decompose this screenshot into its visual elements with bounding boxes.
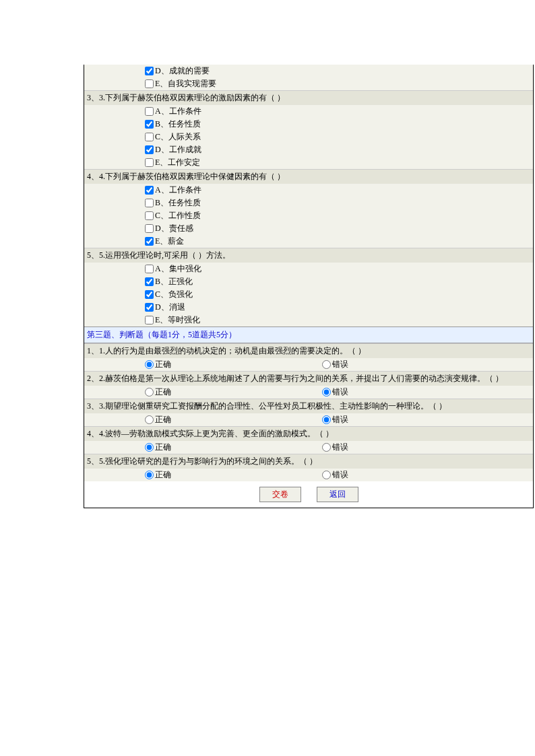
option-checkbox[interactable] <box>145 211 154 220</box>
option-row: D、责任感 <box>84 222 533 235</box>
option-label: D、责任感 <box>155 223 193 234</box>
option-checkbox[interactable] <box>145 277 154 286</box>
option-label: D、成就的需要 <box>155 65 210 77</box>
option-checkbox[interactable] <box>145 316 154 324</box>
button-bar: 交卷 返回 <box>84 481 533 508</box>
radio-correct[interactable] <box>145 415 154 424</box>
label-correct: 正确 <box>155 359 171 370</box>
option-checkbox[interactable] <box>145 133 154 141</box>
option-checkbox[interactable] <box>145 199 154 207</box>
option-label: D、消退 <box>155 302 185 313</box>
tf-answer-row: 正确错误 <box>84 441 533 454</box>
radio-wrong[interactable] <box>322 360 331 369</box>
option-row: B、任务性质 <box>84 118 533 131</box>
submit-button[interactable]: 交卷 <box>259 487 301 502</box>
label-wrong: 错误 <box>332 442 348 453</box>
option-row: C、人际关系 <box>84 131 533 143</box>
option-row: C、工作性质 <box>84 209 533 222</box>
radio-correct[interactable] <box>145 471 154 479</box>
option-label: E、薪金 <box>155 236 184 247</box>
option-label: D、工作成就 <box>155 144 201 156</box>
option-checkbox[interactable] <box>145 145 154 154</box>
option-label: A、工作条件 <box>155 106 201 117</box>
option-checkbox[interactable] <box>145 158 154 167</box>
tf-answer-row: 正确错误 <box>84 413 533 426</box>
radio-correct[interactable] <box>145 388 154 397</box>
option-label: E、工作安定 <box>155 157 200 168</box>
radio-wrong[interactable] <box>322 471 331 479</box>
option-row: D、消退 <box>84 301 533 314</box>
tf-answer-row: 正确错误 <box>84 469 533 481</box>
option-row: A、工作条件 <box>84 184 533 197</box>
back-button[interactable]: 返回 <box>317 487 358 502</box>
option-checkbox[interactable] <box>145 120 154 129</box>
option-label: B、任务性质 <box>155 118 201 130</box>
label-correct: 正确 <box>155 442 171 453</box>
label-wrong: 错误 <box>332 359 348 370</box>
option-label: A、工作条件 <box>155 184 201 196</box>
option-row: B、任务性质 <box>84 197 533 209</box>
option-label: E、等时强化 <box>155 314 200 326</box>
option-checkbox[interactable] <box>145 303 154 312</box>
option-checkbox[interactable] <box>145 224 154 233</box>
radio-correct[interactable] <box>145 443 154 452</box>
tf-question-text: 4、4.波特—劳勒激励模式实际上更为完善、更全面的激励模式。（ ） <box>84 426 533 441</box>
tf-question-text: 5、5.强化理论研究的是行为与影响行为的环境之间的关系。（ ） <box>84 454 533 469</box>
radio-wrong[interactable] <box>322 443 331 452</box>
option-row: E、等时强化 <box>84 314 533 327</box>
radio-wrong[interactable] <box>322 415 331 424</box>
quiz-container: D、成就的需要E、自我实现需要 3、3.下列属于赫茨伯格双因素理论的激励因素的有… <box>84 65 534 508</box>
option-label: C、人际关系 <box>155 131 201 143</box>
option-checkbox[interactable] <box>145 237 154 246</box>
label-correct: 正确 <box>155 414 171 425</box>
radio-wrong[interactable] <box>322 388 331 397</box>
question-text: 5、5.运用强化理论时,可采用（ ）方法。 <box>84 248 533 263</box>
option-row: D、成就的需要 <box>84 65 533 77</box>
tf-question-text: 1、1.人的行为是由最强烈的动机决定的；动机是由最强烈的需要决定的。（ ） <box>84 343 533 358</box>
option-row: A、工作条件 <box>84 105 533 118</box>
question-text: 4、4.下列属于赫茨伯格双因素理论中保健因素的有（ ） <box>84 169 533 184</box>
radio-correct[interactable] <box>145 360 154 369</box>
option-label: B、任务性质 <box>155 197 201 209</box>
option-checkbox[interactable] <box>145 107 154 116</box>
option-checkbox[interactable] <box>145 79 154 88</box>
option-row: C、负强化 <box>84 288 533 301</box>
option-label: C、负强化 <box>155 289 193 300</box>
option-row: E、工作安定 <box>84 156 533 169</box>
option-row: D、工作成就 <box>84 143 533 156</box>
tf-question-text: 2、2.赫茨伯格是第一次从理论上系统地阐述了人的需要与行为之间的关系，并提出了人… <box>84 371 533 386</box>
option-row: B、正强化 <box>84 275 533 288</box>
tf-question-text: 3、3.期望理论侧重研究工资报酬分配的合理性、公平性对员工积极性、主动性影响的一… <box>84 399 533 413</box>
label-wrong: 错误 <box>332 469 348 481</box>
option-row: A、集中强化 <box>84 263 533 275</box>
label-wrong: 错误 <box>332 414 348 425</box>
tf-answer-row: 正确错误 <box>84 386 533 399</box>
option-checkbox[interactable] <box>145 290 154 299</box>
option-row: E、自我实现需要 <box>84 77 533 90</box>
option-label: B、正强化 <box>155 276 193 287</box>
section-header: 第三题、判断题（每题1分，5道题共5分） <box>84 327 533 343</box>
label-correct: 正确 <box>155 469 171 481</box>
option-label: E、自我实现需要 <box>155 78 216 90</box>
label-correct: 正确 <box>155 386 171 398</box>
option-checkbox[interactable] <box>145 186 154 195</box>
option-checkbox[interactable] <box>145 67 154 75</box>
option-checkbox[interactable] <box>145 265 154 273</box>
tf-answer-row: 正确错误 <box>84 358 533 371</box>
option-label: A、集中强化 <box>155 263 201 275</box>
option-row: E、薪金 <box>84 235 533 248</box>
label-wrong: 错误 <box>332 386 348 398</box>
option-label: C、工作性质 <box>155 210 201 221</box>
question-text: 3、3.下列属于赫茨伯格双因素理论的激励因素的有（ ） <box>84 90 533 105</box>
